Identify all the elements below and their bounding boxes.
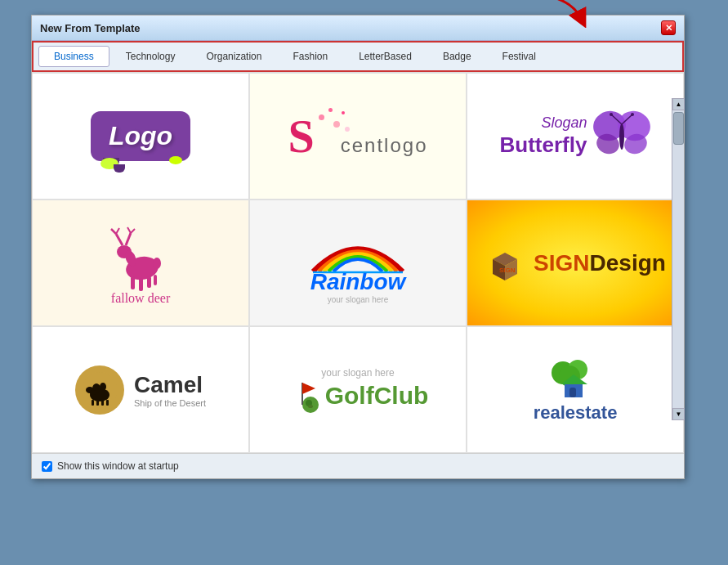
- arrow-indicator: [529, 0, 594, 31]
- rainbow-arc-icon: [309, 222, 407, 276]
- realestate-text: realestate: [534, 402, 618, 424]
- golf-slogan: your slogan here: [288, 367, 429, 379]
- svg-point-32: [100, 383, 106, 391]
- camel-subtitle-text: Ship of the Desert: [134, 398, 206, 408]
- rainbow-text: Rainbow: [310, 269, 406, 294]
- scroll-track: [672, 110, 684, 408]
- svg-line-22: [127, 227, 131, 233]
- tab-organization[interactable]: Organization: [191, 47, 276, 66]
- realestate-icon: [547, 356, 604, 406]
- scroll-up-button[interactable]: ▲: [672, 98, 685, 110]
- scroll-thumb[interactable]: [673, 112, 684, 145]
- svg-point-17: [153, 258, 161, 269]
- logo-main-text: Logo: [109, 121, 172, 150]
- template-camel[interactable]: Camel Ship of the Desert: [32, 326, 249, 453]
- tab-technology[interactable]: Technology: [111, 47, 190, 66]
- butterfly-slogan-text: Slogan: [500, 114, 587, 132]
- template-golfclub[interactable]: your slogan here: [249, 326, 467, 453]
- signdesign-box-icon: SIGN: [485, 243, 525, 284]
- svg-rect-38: [106, 400, 109, 406]
- tab-fashion[interactable]: Fashion: [278, 47, 342, 66]
- svg-point-5: [619, 123, 624, 150]
- golf-text: GolfClub: [325, 382, 429, 410]
- deer-icon: [108, 221, 173, 294]
- scent-s-letter: S: [288, 113, 314, 160]
- show-startup-label[interactable]: Show this window at startup: [57, 460, 179, 472]
- svg-rect-35: [92, 400, 94, 406]
- svg-rect-13: [131, 276, 135, 289]
- golf-content: your slogan here: [288, 367, 429, 413]
- deer-text: fallow deer: [111, 291, 170, 306]
- close-button[interactable]: ✕: [661, 20, 676, 35]
- svg-line-18: [116, 234, 123, 245]
- show-startup-checkbox[interactable]: [42, 461, 52, 472]
- svg-rect-37: [101, 400, 104, 406]
- signdesign-content: SIGN SIGNDesign: [485, 243, 666, 284]
- svg-line-19: [111, 229, 116, 234]
- tab-badge[interactable]: Badge: [428, 47, 486, 66]
- scent-rest-text: centlogo: [341, 134, 428, 157]
- svg-line-23: [131, 229, 135, 233]
- svg-rect-15: [147, 276, 151, 288]
- svg-text:SIGN: SIGN: [499, 267, 516, 274]
- template-grid: Logo S: [32, 72, 684, 453]
- footer: Show this window at startup: [32, 453, 684, 478]
- camel-circle: [75, 365, 124, 415]
- svg-line-20: [116, 228, 119, 234]
- template-rainbow[interactable]: Rainbow your slogan here: [249, 200, 467, 326]
- butterfly-icon: [593, 108, 650, 165]
- content-wrapper: Logo S: [32, 72, 684, 453]
- scroll-down-button[interactable]: ▼: [672, 408, 685, 420]
- butterfly-name-text: Butterfly: [500, 132, 587, 158]
- svg-rect-34: [90, 390, 96, 395]
- realestate-content: realestate: [534, 356, 618, 424]
- window-title: New From Template: [40, 22, 141, 34]
- title-bar: New From Template ✕: [32, 16, 684, 41]
- golf-icon: [288, 379, 322, 413]
- butterfly-content: Slogan Butterfly: [500, 108, 651, 165]
- signdesign-text: SIGNDesign: [534, 250, 666, 276]
- tabs-bar: Business Technology Organization Fashion…: [32, 41, 684, 72]
- svg-point-9: [631, 113, 634, 116]
- svg-rect-36: [96, 400, 99, 406]
- camel-silhouette: [82, 372, 118, 408]
- template-logo[interactable]: Logo: [32, 73, 249, 200]
- logo-badge: Logo: [91, 111, 190, 161]
- svg-rect-14: [139, 278, 143, 291]
- rainbow-slogan: your slogan here: [310, 295, 406, 304]
- tab-business[interactable]: Business: [38, 46, 109, 67]
- template-realestate[interactable]: realestate: [467, 326, 684, 453]
- tab-festival[interactable]: Festival: [488, 47, 551, 66]
- svg-rect-16: [154, 275, 157, 285]
- svg-line-21: [126, 233, 131, 245]
- template-deer[interactable]: fallow deer: [32, 200, 249, 326]
- template-scentlogo[interactable]: S centlogo: [249, 73, 467, 200]
- svg-point-8: [610, 113, 613, 116]
- svg-rect-49: [569, 388, 576, 397]
- svg-marker-42: [302, 383, 315, 394]
- camel-name-text: Camel: [134, 372, 206, 398]
- svg-point-43: [308, 405, 313, 408]
- tab-letterbased[interactable]: LetterBased: [344, 47, 427, 66]
- deer-content: fallow deer: [108, 221, 173, 306]
- scrollbar[interactable]: ▲ ▼: [672, 98, 684, 420]
- camel-content: Camel Ship of the Desert: [75, 365, 206, 415]
- template-butterfly[interactable]: Slogan Butterfly: [467, 73, 684, 200]
- template-signdesign[interactable]: SIGN SIGNDesign: [467, 200, 684, 326]
- rainbow-content: Rainbow your slogan here: [309, 222, 407, 304]
- camel-label: Camel Ship of the Desert: [134, 372, 206, 408]
- new-from-template-window: New From Template ✕ Business Technology …: [31, 15, 685, 479]
